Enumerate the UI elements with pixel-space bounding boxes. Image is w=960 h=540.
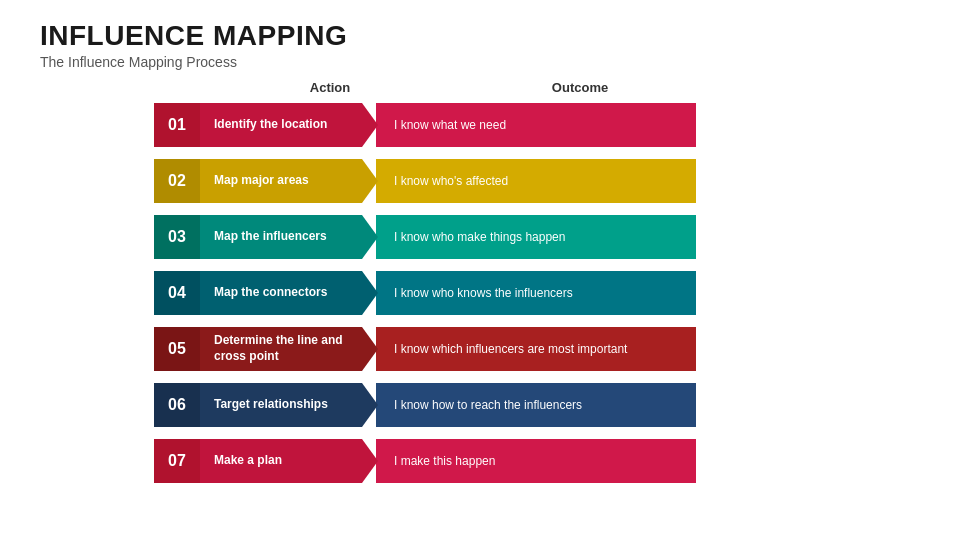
table-row: 04Map the connectorsI know who knows the… — [40, 267, 920, 319]
outcome-label: I know what we need — [394, 118, 506, 132]
table-row: 03Map the influencersI know who make thi… — [40, 211, 920, 263]
action-label: Make a plan — [214, 453, 282, 469]
action-label: Map the connectors — [214, 285, 327, 301]
column-headers: Action Outcome — [240, 80, 920, 95]
row-number: 01 — [154, 103, 200, 147]
outcome-bar: I know what we need — [376, 103, 696, 147]
action-arrow: Make a plan — [200, 439, 378, 483]
action-arrow: Determine the line and cross point — [200, 327, 378, 371]
outcome-bar: I know how to reach the influencers — [376, 383, 696, 427]
action-arrow: Identify the location — [200, 103, 378, 147]
outcome-label: I know who make things happen — [394, 230, 565, 244]
action-label: Target relationships — [214, 397, 328, 413]
row-number: 03 — [154, 215, 200, 259]
subtitle: The Influence Mapping Process — [40, 54, 920, 70]
outcome-bar: I know who knows the influencers — [376, 271, 696, 315]
action-arrow: Map the connectors — [200, 271, 378, 315]
action-arrow: Map major areas — [200, 159, 378, 203]
page: INFLUENCE MAPPING The Influence Mapping … — [0, 0, 960, 540]
outcome-label: I make this happen — [394, 454, 495, 468]
outcome-bar: I know who's affected — [376, 159, 696, 203]
outcome-label: I know who knows the influencers — [394, 286, 573, 300]
action-label: Determine the line and cross point — [214, 333, 354, 364]
row-number: 02 — [154, 159, 200, 203]
action-arrow: Target relationships — [200, 383, 378, 427]
action-arrow: Map the influencers — [200, 215, 378, 259]
table-row: 01Identify the locationI know what we ne… — [40, 99, 920, 151]
table-row: 05Determine the line and cross pointI kn… — [40, 323, 920, 375]
action-header: Action — [240, 80, 420, 95]
row-number: 05 — [154, 327, 200, 371]
outcome-bar: I know who make things happen — [376, 215, 696, 259]
row-number: 06 — [154, 383, 200, 427]
table-row: 02Map major areasI know who's affected — [40, 155, 920, 207]
row-number: 04 — [154, 271, 200, 315]
outcome-label: I know who's affected — [394, 174, 508, 188]
outcome-bar: I make this happen — [376, 439, 696, 483]
table-row: 06Target relationshipsI know how to reac… — [40, 379, 920, 431]
action-label: Map major areas — [214, 173, 309, 189]
main-title: INFLUENCE MAPPING — [40, 20, 920, 52]
outcome-label: I know how to reach the influencers — [394, 398, 582, 412]
action-label: Identify the location — [214, 117, 327, 133]
rows-container: 01Identify the locationI know what we ne… — [40, 99, 920, 487]
outcome-label: I know which influencers are most import… — [394, 342, 627, 356]
table-row: 07Make a planI make this happen — [40, 435, 920, 487]
row-number: 07 — [154, 439, 200, 483]
action-label: Map the influencers — [214, 229, 327, 245]
outcome-bar: I know which influencers are most import… — [376, 327, 696, 371]
outcome-header: Outcome — [420, 80, 740, 95]
